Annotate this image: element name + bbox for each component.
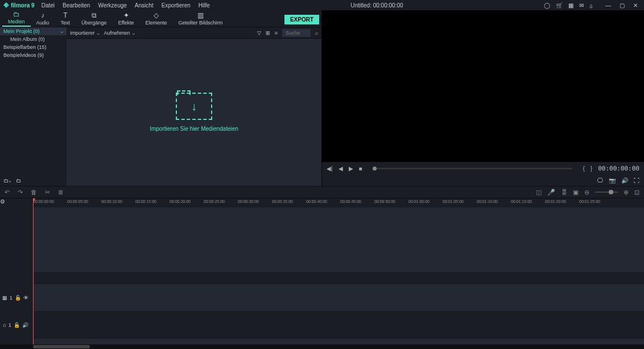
playhead[interactable]: [33, 198, 34, 344]
play-button[interactable]: ▶: [349, 165, 353, 172]
menu-datei[interactable]: Datei: [42, 2, 55, 9]
sidebar-item-mein-album[interactable]: Mein Album (0): [0, 35, 67, 43]
menu-bearbeiten[interactable]: Bearbeiten: [63, 2, 90, 9]
eye-icon[interactable]: 👁: [23, 295, 28, 301]
record-dropdown[interactable]: Aufnehmen⌵: [104, 30, 135, 36]
menu-exportieren[interactable]: Exportieren: [162, 2, 191, 9]
ruler-mark: 00:00:25:00: [204, 200, 225, 203]
ruler-mark: 00:00:00:00: [33, 200, 54, 203]
cart-icon[interactable]: 🛒: [556, 2, 563, 9]
horizontal-scrollbar[interactable]: [0, 344, 644, 349]
app-name: filmora 9: [11, 2, 35, 9]
ruler-mark: 00:00:05:00: [67, 200, 88, 203]
drop-folder-icon: ↓: [176, 93, 212, 120]
notification-icon[interactable]: ⍙: [589, 2, 593, 9]
zoom-slider[interactable]: [595, 192, 618, 193]
filter-icon[interactable]: ▽: [257, 30, 261, 36]
sidebar-item-mein-projekt[interactable]: Mein Projekt (0)⌵: [0, 27, 67, 35]
audio-track-header[interactable]: ♫ 1 🔓 🔊: [0, 311, 33, 339]
tab-medien[interactable]: 🗀Medien: [2, 9, 31, 27]
volume-icon[interactable]: 🔊: [621, 177, 628, 184]
minimize-button[interactable]: —: [603, 1, 613, 9]
drop-text: Importieren Sie hier Mediendateien: [150, 126, 238, 132]
menu-hilfe[interactable]: Hilfe: [199, 2, 210, 9]
edit-button[interactable]: ≣: [58, 189, 63, 196]
snapshot-icon[interactable]: 📷: [609, 177, 616, 184]
tab-uebergaenge[interactable]: ⧉Übergänge: [76, 10, 113, 27]
activity-icon[interactable]: ▦: [568, 2, 573, 9]
ruler-mark: 00:01:00:00: [408, 200, 430, 203]
sidebar-item-beispielfarben[interactable]: Beispielfarben (15): [0, 43, 67, 51]
mail-icon[interactable]: ✉: [579, 2, 584, 9]
tab-elemente[interactable]: ◇Elemente: [139, 10, 172, 27]
grid-view-icon[interactable]: ⊞: [266, 30, 270, 36]
timeline-ruler[interactable]: 00:00:00:0000:00:05:0000:00:10:0000:00:1…: [33, 198, 644, 207]
maximize-button[interactable]: ▢: [617, 1, 627, 9]
progress-handle[interactable]: [373, 167, 377, 171]
close-button[interactable]: ✕: [630, 1, 641, 9]
export-button[interactable]: EXPORT: [284, 15, 319, 24]
music-icon: ♪: [41, 11, 44, 19]
menubar: Datei Bearbeiten Werkzeuge Ansicht Expor…: [42, 2, 210, 9]
empty-track-area[interactable]: [33, 207, 644, 273]
undo-button[interactable]: ↶: [5, 189, 10, 196]
user-icon[interactable]: ◯: [544, 2, 550, 9]
importer-dropdown[interactable]: Importierer⌵: [70, 30, 100, 36]
mute-icon[interactable]: 🔊: [22, 322, 28, 328]
timeline-tracks[interactable]: 00:00:00:0000:00:05:0000:00:10:0000:00:1…: [33, 198, 644, 344]
ruler-mark: 00:01:20:00: [545, 200, 566, 203]
scrollbar-thumb[interactable]: [33, 345, 90, 348]
play-reverse-button[interactable]: ◀: [338, 165, 343, 172]
timeline-section: ↶ ↷ 🗑 ✂ ≣ ◫ 🎤 🎛 ▣ ⊖ ⊕ ⊡ ⚙ ▦ 1 🔓 👁 ♫: [0, 186, 644, 349]
delete-button[interactable]: 🗑: [31, 189, 37, 196]
split-button[interactable]: ✂: [45, 189, 50, 196]
search-input[interactable]: [282, 29, 311, 37]
zoom-in-button[interactable]: ⊕: [624, 189, 629, 196]
ruler-mark: 00:01:10:00: [477, 200, 498, 203]
preview-panel: ◀| ◀ ▶ ■ { } 00:00:00:00 🖵 📷 🔊 ⛶: [322, 10, 644, 186]
chevron-down-icon: ⌵: [60, 28, 63, 34]
marker-icon[interactable]: ◫: [536, 189, 542, 196]
tab-effekte[interactable]: ✦Effekte: [113, 10, 140, 27]
tab-geteilter-bildschirm[interactable]: ▥Geteilter Bildschirm: [173, 10, 229, 27]
audio-track[interactable]: [33, 311, 644, 339]
elements-icon: ◇: [154, 11, 159, 19]
sort-icon[interactable]: ≡: [275, 30, 278, 36]
video-track[interactable]: [33, 284, 644, 311]
ruler-mark: 00:00:15:00: [135, 200, 156, 203]
lock-icon[interactable]: 🔓: [15, 295, 21, 301]
tab-text[interactable]: TText: [55, 10, 76, 27]
search-icon[interactable]: ⌕: [315, 30, 318, 36]
add-folder-icon[interactable]: 🗀₊: [3, 178, 11, 184]
mic-icon[interactable]: 🎤: [547, 189, 555, 196]
progress-bar[interactable]: [373, 168, 573, 169]
folder-icon: 🗀: [13, 10, 20, 18]
ruler-mark: 00:00:20:00: [170, 200, 191, 203]
import-folder-icon[interactable]: 🗀: [16, 178, 21, 184]
preview-video[interactable]: [322, 10, 644, 162]
menu-ansicht[interactable]: Ansicht: [135, 2, 154, 9]
redo-button[interactable]: ↷: [18, 189, 23, 196]
sidebar-item-beispielvideos[interactable]: Beispielvideos (9): [0, 51, 67, 59]
chevron-down-icon: ⌵: [97, 30, 100, 36]
video-track-header[interactable]: ▦ 1 🔓 👁: [0, 284, 33, 311]
ruler-mark: 00:00:30:00: [238, 200, 259, 203]
import-drop-zone[interactable]: ↓ Importieren Sie hier Mediendateien: [67, 39, 321, 186]
mark-in-button[interactable]: {: [583, 165, 584, 172]
settings-icon[interactable]: ⚙: [0, 198, 33, 207]
zoom-fit-button[interactable]: ⊡: [634, 189, 639, 196]
window-title: Untitled: 00:00:00:00: [210, 2, 544, 9]
stop-button[interactable]: ■: [359, 165, 362, 172]
render-icon[interactable]: ▣: [573, 189, 579, 196]
mixer-icon[interactable]: 🎛: [561, 189, 567, 196]
mark-out-button[interactable]: }: [591, 165, 592, 172]
menu-werkzeuge[interactable]: Werkzeuge: [98, 2, 126, 9]
prev-frame-button[interactable]: ◀|: [327, 165, 333, 172]
fit-icon[interactable]: ⛶: [634, 177, 639, 184]
zoom-out-button[interactable]: ⊖: [584, 189, 589, 196]
display-icon[interactable]: 🖵: [597, 177, 603, 184]
lock-icon[interactable]: 🔓: [14, 322, 20, 328]
tab-audio[interactable]: ♪Audio: [31, 10, 55, 27]
zoom-handle[interactable]: [609, 190, 613, 194]
video-track-icon: ▦: [2, 295, 7, 301]
